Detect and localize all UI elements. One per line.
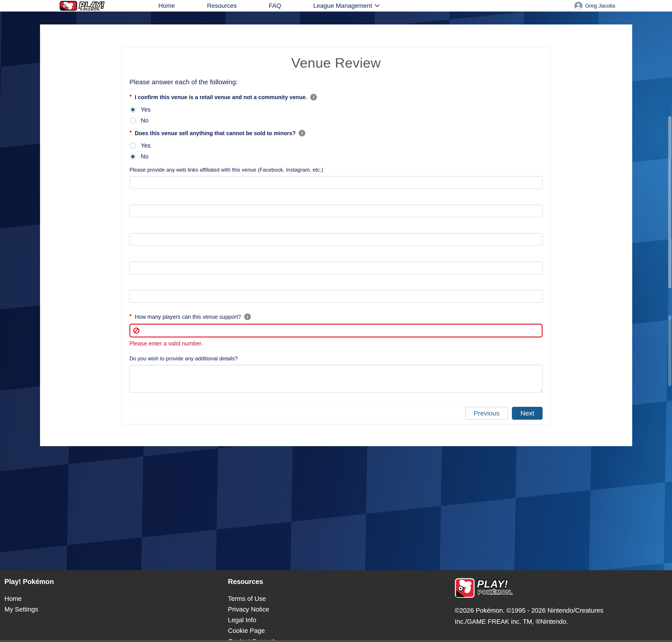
play-pokemon-logo-icon: PLAY! POKÉMON. [58, 1, 125, 11]
radio-button-checked[interactable] [130, 107, 136, 113]
footer-heading: Resources [228, 578, 455, 586]
nav-league-management[interactable]: League Management [297, 2, 396, 9]
footer-link-legal[interactable]: Legal Info [228, 615, 455, 625]
question-label: Does this venue sell anything that canno… [135, 130, 296, 137]
radio-option-yes[interactable]: Yes [130, 142, 543, 149]
nav-resources[interactable]: Resources [191, 2, 253, 9]
chevron-down-icon [375, 4, 380, 7]
svg-text:POKÉMON.: POKÉMON. [80, 8, 101, 11]
site-footer: Play! Pokémon Home My Settings Resources… [0, 570, 672, 642]
radio-button-checked[interactable] [130, 154, 136, 159]
venue-review-form-card: Venue Review Please answer each of the f… [121, 47, 551, 424]
nav-home[interactable]: Home [142, 2, 191, 9]
form-actions: Previous Next [122, 402, 550, 424]
page-title: Venue Review [129, 55, 543, 71]
svg-text:POKÉMON.: POKÉMON. [478, 589, 513, 595]
vertical-scrollbar-thumb-secondary[interactable] [668, 315, 671, 386]
user-menu[interactable]: Greg Jacobs [574, 2, 615, 10]
radio-button[interactable] [130, 143, 136, 149]
weblink-input-3[interactable] [129, 233, 543, 246]
question-label: I confirm this venue is a retail venue a… [135, 94, 307, 101]
details-textarea[interactable] [129, 365, 543, 393]
weblink-input-1[interactable] [129, 176, 543, 189]
required-asterisk: * [129, 93, 132, 100]
weblinks-section: Please provide any web links affiliated … [129, 167, 543, 303]
footer-link-my-settings[interactable]: My Settings [4, 604, 228, 615]
footer-link-home[interactable]: Home [4, 593, 228, 604]
checkered-background: Venue Review Please answer each of the f… [0, 12, 672, 570]
next-button[interactable]: Next [512, 407, 543, 420]
play-pokemon-footer-logo: PLAY! POKÉMON. [455, 578, 524, 598]
footer-column-play-pokemon: Play! Pokémon Home My Settings [4, 578, 228, 642]
question-retail-venue: * I confirm this venue is a retail venue… [129, 94, 543, 124]
weblink-input-4[interactable] [129, 261, 543, 274]
weblinks-label: Please provide any web links affiliated … [129, 167, 543, 173]
info-icon[interactable]: i [299, 130, 305, 137]
question-sell-to-minors: * Does this venue sell anything that can… [129, 130, 543, 160]
radio-button[interactable] [130, 118, 136, 124]
invalid-block-icon [133, 327, 140, 334]
previous-button[interactable]: Previous [465, 407, 508, 420]
nav-faq[interactable]: FAQ [253, 2, 297, 9]
user-avatar-icon [574, 2, 582, 10]
footer-column-resources: Resources Terms of Use Privacy Notice Le… [228, 578, 455, 642]
copyright-text: ©2026 Pokémon. ©1995 - 2026 Nintendo/Cre… [455, 605, 615, 627]
footer-link-privacy[interactable]: Privacy Notice [228, 604, 455, 615]
info-icon[interactable]: i [310, 94, 317, 101]
play-pokemon-logo[interactable]: PLAY! POKÉMON. [58, 1, 125, 11]
question-player-capacity: * How many players can this venue suppor… [129, 313, 543, 347]
validation-error-message: Please enter a valid number. [129, 340, 543, 347]
form-intro: Please answer each of the following: [129, 78, 543, 86]
main-nav: Home Resources FAQ League Management [142, 2, 396, 9]
player-capacity-input[interactable] [129, 324, 543, 337]
required-asterisk: * [129, 313, 132, 319]
user-name: Greg Jacobs [585, 3, 615, 9]
radio-option-no[interactable]: No [130, 117, 543, 124]
page-card: Venue Review Please answer each of the f… [40, 24, 632, 446]
vertical-scrollbar-thumb[interactable] [668, 116, 671, 288]
details-label: Do you wish to provide any additional de… [129, 356, 543, 362]
bottom-scrollbar-track[interactable] [0, 640, 672, 642]
additional-details-section: Do you wish to provide any additional de… [129, 356, 543, 393]
footer-link-cookie[interactable]: Cookie Page [228, 625, 455, 636]
footer-column-brand: PLAY! POKÉMON. ©2026 Pokémon. ©1995 - 20… [455, 578, 655, 642]
footer-heading: Play! Pokémon [4, 578, 228, 586]
weblink-input-5[interactable] [129, 290, 543, 303]
info-icon[interactable]: i [244, 313, 251, 320]
question-label: How many players can this venue support? [135, 314, 241, 320]
radio-option-yes[interactable]: Yes [130, 106, 543, 113]
weblink-input-2[interactable] [129, 205, 543, 217]
footer-link-terms[interactable]: Terms of Use [228, 593, 455, 604]
svg-text:PLAY!: PLAY! [477, 578, 508, 590]
radio-option-no[interactable]: No [130, 153, 543, 160]
top-navbar: PLAY! POKÉMON. Home Resources FAQ League… [0, 0, 672, 12]
required-asterisk: * [129, 129, 132, 136]
